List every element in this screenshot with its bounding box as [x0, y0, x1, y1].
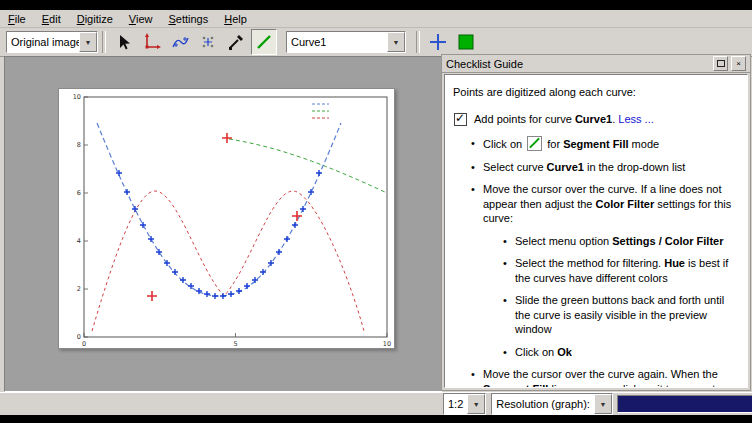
background-selector[interactable]: Original image ▼	[6, 31, 98, 53]
axis-point-tool-button[interactable]	[139, 29, 165, 55]
svg-text:5: 5	[233, 340, 237, 348]
checklist-bullet: •Slide the green buttons back and forth …	[453, 293, 737, 337]
curve-points-icon	[171, 33, 189, 51]
curve-selector-value: Curve1	[287, 36, 387, 48]
checklist-bullet: •Select menu option Settings / Color Fil…	[453, 234, 737, 249]
grid-display-button[interactable]	[425, 29, 451, 55]
curve-point-tool-button[interactable]	[167, 29, 193, 55]
add-points-checkbox[interactable]	[454, 113, 467, 126]
bullet-dot: •	[471, 182, 483, 226]
svg-text:10: 10	[383, 340, 391, 348]
graph-workspace[interactable]: 10864200510	[4, 56, 442, 392]
bullet-text: Click on Ok	[515, 345, 737, 360]
bullet-text: Select menu option Settings / Color Filt…	[515, 234, 737, 249]
segment-fill-tool-button[interactable]	[251, 29, 277, 55]
chevron-down-icon[interactable]: ▼	[387, 32, 405, 52]
float-panel-button[interactable]	[713, 56, 728, 71]
checklist-intro: Points are digitized along each curve:	[453, 85, 737, 100]
bullet-dot: •	[471, 136, 483, 152]
bullet-dot: •	[471, 160, 483, 175]
bullet-dot: •	[503, 293, 515, 337]
eyedropper-icon	[227, 33, 245, 51]
axes-icon	[143, 33, 161, 51]
bullet-text: Click on for Segment Fill mode	[483, 136, 737, 152]
menu-edit[interactable]: Edit	[34, 12, 69, 26]
bullet-text: Slide the green buttons back and forth u…	[515, 293, 737, 337]
curve-selector[interactable]: Curve1 ▼	[286, 31, 406, 53]
graph-image-area[interactable]: 10864200510	[58, 88, 395, 349]
chevron-down-icon[interactable]: ▼	[79, 32, 97, 52]
background-selector-value: Original image	[7, 36, 79, 48]
svg-text:0: 0	[82, 340, 86, 348]
menu-settings[interactable]: Settings	[160, 12, 216, 26]
status-view-value: Resolution (graph):	[492, 398, 594, 410]
svg-text:0: 0	[77, 333, 81, 341]
checklist-content: Points are digitized along each curve: A…	[444, 74, 748, 388]
link[interactable]: Less ...	[618, 113, 653, 125]
green-square-icon	[457, 33, 475, 51]
svg-text:4: 4	[77, 237, 81, 245]
close-icon: ×	[736, 60, 741, 68]
select-tool-button[interactable]	[111, 29, 137, 55]
bullet-dot: •	[471, 367, 483, 388]
point-match-tool-button[interactable]	[195, 29, 221, 55]
svg-text:6: 6	[77, 189, 81, 197]
letterbox-bottom	[0, 414, 752, 423]
dock-title: Checklist Guide	[446, 58, 710, 70]
add-points-text: Add points for curve Curve1. Less ...	[474, 112, 737, 127]
checklist-bullets: •Click on for Segment Fill mode•Select c…	[453, 136, 737, 388]
close-panel-button[interactable]: ×	[731, 56, 746, 71]
color-picker-tool-button[interactable]	[223, 29, 249, 55]
checklist-bullet: •Click on Ok	[453, 345, 737, 360]
bullet-text: Select curve Curve1 in the drop-down lis…	[483, 160, 737, 175]
zoom-value: 1:2	[444, 398, 467, 410]
checklist-bullet: •Select curve Curve1 in the drop-down li…	[453, 160, 737, 175]
digitizing-canvas[interactable]: 10864200510	[59, 89, 394, 348]
svg-text:8: 8	[77, 141, 81, 149]
toolbar-separator	[102, 31, 106, 53]
resolution-value-field[interactable]	[617, 395, 752, 413]
segment-fill-icon	[527, 136, 542, 151]
background-fill-button[interactable]	[453, 29, 479, 55]
status-view-selector[interactable]: Resolution (graph): ▼	[491, 393, 613, 415]
bullet-text: Move the cursor over the curve again. Wh…	[483, 367, 737, 388]
menu-help[interactable]: Help	[216, 12, 255, 26]
float-icon	[717, 60, 725, 67]
menu-bar: File Edit Digitize View Settings Help	[0, 10, 752, 28]
chevron-down-icon[interactable]: ▼	[467, 394, 485, 414]
bullet-text: Select the method for filtering. Hue is …	[515, 256, 737, 285]
engauge-window: File Edit Digitize View Settings Help Or…	[0, 10, 752, 414]
add-points-item: Add points for curve Curve1. Less ...	[453, 112, 737, 127]
menu-file[interactable]: File	[0, 12, 34, 26]
dock-title-bar[interactable]: Checklist Guide ×	[442, 55, 750, 73]
svg-text:10: 10	[73, 93, 81, 101]
checklist-bullet: •Move the cursor over the curve again. W…	[453, 367, 737, 388]
status-bar: 1:2 ▼ Resolution (graph): ▼	[0, 392, 752, 415]
bullet-dot: •	[503, 234, 515, 249]
cursor-arrow-icon	[115, 33, 133, 51]
toolbar: Original image ▼	[0, 28, 752, 57]
chevron-down-icon[interactable]: ▼	[594, 394, 612, 414]
checklist-bullet: •Select the method for filtering. Hue is…	[453, 256, 737, 285]
plot-frame	[84, 97, 387, 337]
bullet-dot: •	[503, 256, 515, 285]
toolbar-separator	[416, 31, 420, 53]
menu-digitize[interactable]: Digitize	[69, 12, 121, 26]
checklist-bullet: •Move the cursor over the curve. If a li…	[453, 182, 737, 226]
zoom-selector[interactable]: 1:2 ▼	[443, 393, 486, 415]
checklist-bullet: •Click on for Segment Fill mode	[453, 136, 737, 152]
blue-cross-icon	[429, 33, 447, 51]
bullet-text: Move the cursor over the curve. If a lin…	[483, 182, 737, 226]
bullet-dot: •	[503, 345, 515, 360]
checklist-guide-panel: Checklist Guide × Points are digitized a…	[441, 54, 751, 391]
svg-text:2: 2	[77, 285, 81, 293]
letterbox-top	[0, 0, 752, 10]
menu-view[interactable]: View	[121, 12, 161, 26]
point-match-icon	[199, 33, 217, 51]
segment-fill-icon	[255, 33, 273, 51]
